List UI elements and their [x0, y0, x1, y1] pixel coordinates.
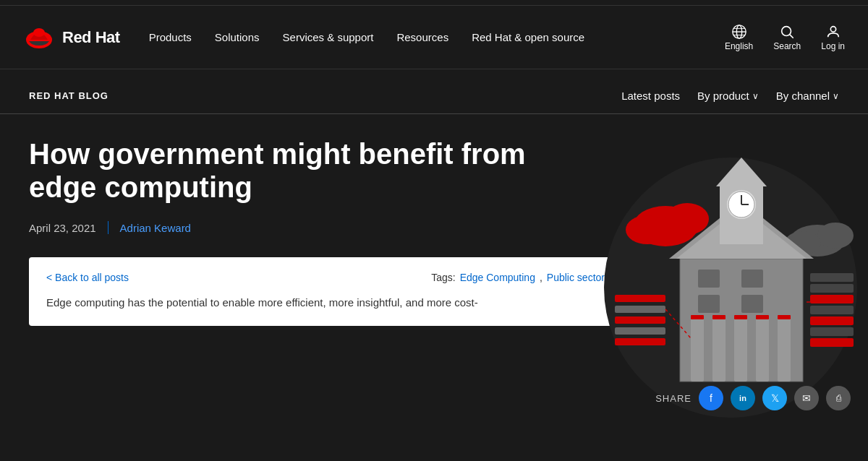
language-label: English — [725, 41, 753, 51]
svg-rect-46 — [810, 327, 854, 336]
svg-line-8 — [790, 35, 793, 38]
nav-solutions[interactable]: Solutions — [215, 31, 260, 43]
svg-rect-35 — [756, 315, 769, 319]
main-nav: Red Hat Products Solutions Services & su… — [0, 6, 868, 69]
facebook-icon: f — [710, 392, 712, 404]
search-label: Search — [773, 41, 801, 51]
globe-icon — [731, 24, 747, 40]
share-twitter-button[interactable]: 𝕏 — [762, 386, 787, 410]
blog-header: RED HAT BLOG Latest posts By product ∨ B… — [0, 69, 868, 114]
tag-edge-computing[interactable]: Edge Computing — [460, 272, 535, 283]
article-title: How government might benefit from edge c… — [29, 137, 579, 204]
logo-text: Red Hat — [62, 28, 120, 47]
login-button[interactable]: Log in — [821, 24, 845, 51]
meta-divider — [108, 221, 109, 234]
svg-rect-42 — [810, 284, 854, 293]
svg-rect-27 — [691, 316, 704, 382]
search-icon — [779, 24, 795, 40]
svg-rect-44 — [810, 306, 854, 314]
svg-rect-45 — [810, 316, 854, 325]
share-area: SHARE f in 𝕏 ✉ ⎙ — [655, 386, 851, 410]
svg-rect-32 — [691, 315, 704, 319]
svg-rect-41 — [810, 273, 854, 282]
nav-links: Products Solutions Services & support Re… — [149, 31, 725, 43]
svg-point-12 — [665, 203, 709, 235]
article-excerpt: Edge computing has the potential to enab… — [46, 295, 605, 311]
svg-rect-36 — [778, 315, 791, 319]
search-button[interactable]: Search — [773, 24, 801, 51]
svg-point-1 — [33, 28, 45, 37]
user-icon — [825, 24, 841, 40]
article-author[interactable]: Adrian Keward — [120, 222, 191, 234]
svg-point-13 — [626, 215, 669, 244]
svg-rect-48 — [615, 295, 665, 302]
blog-nav: Latest posts By product ∨ By channel ∨ — [621, 90, 839, 102]
svg-rect-31 — [778, 316, 791, 382]
tags-area: Tags: Edge Computing, Public sector — [431, 272, 605, 283]
email-icon: ✉ — [802, 392, 811, 404]
svg-rect-28 — [712, 316, 726, 382]
svg-rect-40 — [741, 295, 763, 313]
share-print-button[interactable]: ⎙ — [826, 386, 851, 410]
share-facebook-button[interactable]: f — [699, 386, 723, 410]
article-content: How government might benefit from edge c… — [29, 137, 622, 326]
nav-right: English Search Log in — [725, 24, 845, 51]
svg-rect-30 — [756, 316, 769, 382]
svg-point-9 — [830, 26, 835, 31]
svg-rect-29 — [734, 316, 747, 382]
svg-rect-34 — [734, 315, 747, 319]
svg-rect-38 — [741, 270, 763, 288]
print-icon: ⎙ — [836, 393, 841, 403]
twitter-icon: 𝕏 — [771, 392, 779, 404]
nav-opensource[interactable]: Red Hat & open source — [472, 31, 584, 43]
svg-rect-33 — [712, 315, 726, 319]
article-illustration — [593, 114, 868, 418]
share-email-button[interactable]: ✉ — [794, 386, 819, 410]
svg-rect-39 — [698, 295, 720, 313]
article-date: April 23, 2021 — [29, 222, 96, 234]
svg-rect-52 — [615, 338, 665, 345]
svg-rect-49 — [615, 306, 665, 313]
language-selector[interactable]: English — [725, 24, 753, 51]
share-label: SHARE — [655, 393, 692, 404]
blog-by-product[interactable]: By product ∨ — [697, 90, 759, 102]
tags-label: Tags: — [431, 272, 455, 283]
back-to-posts-link[interactable]: < Back to all posts — [46, 272, 129, 283]
blog-latest-posts[interactable]: Latest posts — [621, 90, 680, 102]
article-area: How government might benefit from edge c… — [0, 114, 868, 326]
article-card: < Back to all posts Tags: Edge Computing… — [29, 257, 622, 326]
svg-rect-37 — [698, 270, 720, 288]
linkedin-icon: in — [739, 394, 746, 402]
svg-rect-43 — [810, 295, 854, 303]
login-label: Log in — [821, 41, 845, 51]
logo[interactable]: Red Hat — [23, 25, 120, 50]
blog-by-channel[interactable]: By channel ∨ — [776, 90, 839, 102]
nav-resources[interactable]: Resources — [396, 31, 448, 43]
redhat-logo-icon — [23, 25, 55, 50]
svg-rect-47 — [810, 338, 854, 347]
share-linkedin-button[interactable]: in — [731, 386, 755, 410]
by-channel-chevron: ∨ — [833, 91, 839, 101]
nav-services[interactable]: Services & support — [283, 31, 374, 43]
svg-rect-51 — [615, 327, 665, 335]
top-bar — [0, 0, 868, 6]
blog-title: RED HAT BLOG — [29, 90, 109, 101]
nav-products[interactable]: Products — [149, 31, 192, 43]
article-meta: April 23, 2021 Adrian Keward — [29, 221, 622, 234]
svg-point-15 — [817, 223, 854, 249]
card-header: < Back to all posts Tags: Edge Computing… — [46, 272, 605, 283]
svg-rect-50 — [615, 316, 665, 324]
illustration-area: SHARE f in 𝕏 ✉ ⎙ — [593, 114, 868, 418]
by-product-chevron: ∨ — [752, 91, 759, 101]
